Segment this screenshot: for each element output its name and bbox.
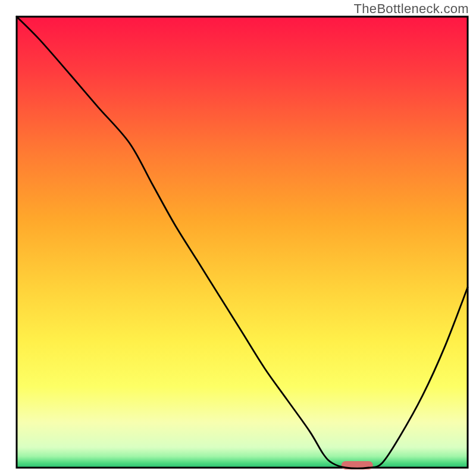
bottleneck-chart <box>0 0 476 476</box>
plot-background <box>17 17 468 468</box>
chart-container: TheBottleneck.com <box>0 0 476 476</box>
watermark-text: TheBottleneck.com <box>354 1 469 17</box>
